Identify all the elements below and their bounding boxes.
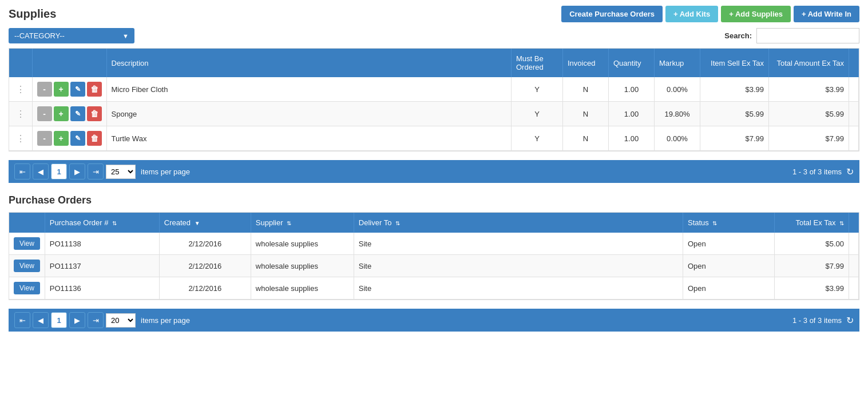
po-total-cell: $7.99 xyxy=(775,255,849,277)
category-wrapper: --CATEGORY-- xyxy=(9,28,134,43)
col-drag xyxy=(9,49,32,77)
po-per-page-label: items per page xyxy=(141,316,190,325)
delete-button[interactable]: 🗑 xyxy=(87,131,102,146)
drag-handle-icon[interactable]: ⋮ xyxy=(16,134,25,143)
filter-bar: --CATEGORY-- Search: xyxy=(9,28,859,43)
action-cell: - + ✎ 🗑 xyxy=(32,126,106,151)
po-number-cell: PO11138 xyxy=(45,233,159,255)
action-cell: - + ✎ 🗑 xyxy=(32,77,106,102)
add-write-in-button[interactable]: + Add Write In xyxy=(794,6,859,22)
increment-button[interactable]: + xyxy=(54,131,69,146)
po-refresh-button[interactable]: ↻ xyxy=(846,315,854,326)
drag-cell: ⋮ xyxy=(9,102,32,126)
col-po-deliver-to[interactable]: Deliver To ⇅ xyxy=(354,213,683,233)
must-be-ordered-cell: Y xyxy=(512,102,563,126)
po-created-cell: 2/12/2016 xyxy=(159,277,251,300)
search-input[interactable] xyxy=(756,28,859,43)
po-table: Purchase Order # ⇅ Created ▼ Supplier ⇅ … xyxy=(9,213,859,300)
col-po-supplier[interactable]: Supplier ⇅ xyxy=(251,213,354,233)
po-number-cell: PO11136 xyxy=(45,277,159,300)
drag-cell: ⋮ xyxy=(9,126,32,151)
po-view-cell: View xyxy=(9,255,45,277)
drag-cell: ⋮ xyxy=(9,77,32,102)
decrement-button[interactable]: - xyxy=(37,82,52,97)
po-section: Purchase Orders Purchase Order # ⇅ Creat… xyxy=(9,194,859,332)
add-supplies-button[interactable]: + Add Supplies xyxy=(721,6,791,22)
quantity-cell: 1.00 xyxy=(609,77,655,102)
delete-button[interactable]: 🗑 xyxy=(87,82,102,97)
must-be-ordered-cell: Y xyxy=(512,77,563,102)
po-status-cell: Open xyxy=(683,233,775,255)
view-button[interactable]: View xyxy=(14,260,40,272)
po-status-cell: Open xyxy=(683,277,775,300)
col-actions xyxy=(32,49,106,77)
po-pagination: ⇤ ◀ 1 ▶ ⇥ 20 50 100 items per page 1 - 3… xyxy=(9,309,859,332)
col-po-status[interactable]: Status ⇅ xyxy=(683,213,775,233)
po-deliver-to-cell: Site xyxy=(354,255,683,277)
po-deliver-to-cell: Site xyxy=(354,233,683,255)
delete-button[interactable]: 🗑 xyxy=(87,106,102,121)
col-po-created[interactable]: Created ▼ xyxy=(159,213,251,233)
drag-handle-icon[interactable]: ⋮ xyxy=(16,85,25,94)
view-button[interactable]: View xyxy=(14,282,40,294)
supplies-page-1[interactable]: 1 xyxy=(51,163,67,179)
col-total-amount: Total Amount Ex Tax xyxy=(769,49,849,77)
supplies-pagination: ⇤ ◀ 1 ▶ ⇥ 25 50 100 items per page 1 - 3… xyxy=(9,160,859,183)
po-scroll-cell xyxy=(849,233,859,255)
supplies-per-page-select[interactable]: 25 50 100 xyxy=(106,165,136,179)
markup-cell: 0.00% xyxy=(655,77,700,102)
decrement-button[interactable]: - xyxy=(37,106,52,121)
edit-button[interactable]: ✎ xyxy=(70,131,85,146)
supplies-refresh-button[interactable]: ↻ xyxy=(846,166,854,177)
supplies-first-page[interactable]: ⇤ xyxy=(14,163,30,179)
increment-button[interactable]: + xyxy=(54,82,69,97)
total-amount-cell: $3.99 xyxy=(769,77,849,102)
action-cell: - + ✎ 🗑 xyxy=(32,102,106,126)
po-next-page[interactable]: ▶ xyxy=(69,312,85,328)
supplies-table: Description Must Be Ordered Invoiced Qua… xyxy=(9,49,859,151)
scroll-cell xyxy=(849,77,859,102)
supplies-last-page[interactable]: ⇥ xyxy=(88,163,104,179)
col-quantity: Quantity xyxy=(609,49,655,77)
po-supplier-cell: wholesale supplies xyxy=(251,233,354,255)
markup-cell: 0.00% xyxy=(655,126,700,151)
view-button[interactable]: View xyxy=(14,237,40,250)
po-scroll-cell xyxy=(849,277,859,300)
po-prev-page[interactable]: ◀ xyxy=(33,312,49,328)
description-cell: Micro Fiber Cloth xyxy=(106,77,512,102)
po-last-page[interactable]: ⇥ xyxy=(88,312,104,328)
po-page-1[interactable]: 1 xyxy=(51,312,67,328)
search-label: Search: xyxy=(724,31,752,40)
po-number-cell: PO11137 xyxy=(45,255,159,277)
item-sell-cell: $7.99 xyxy=(700,126,769,151)
po-per-page-select[interactable]: 20 50 100 xyxy=(106,313,136,328)
edit-button[interactable]: ✎ xyxy=(70,82,85,97)
po-page-info: 1 - 3 of 3 items xyxy=(792,316,842,325)
create-po-button[interactable]: Create Purchase Orders xyxy=(561,6,663,22)
description-cell: Sponge xyxy=(106,102,512,126)
po-deliver-to-cell: Site xyxy=(354,277,683,300)
invoiced-cell: N xyxy=(563,77,609,102)
col-po-total[interactable]: Total Ex Tax ⇅ xyxy=(775,213,849,233)
supplies-next-page[interactable]: ▶ xyxy=(69,163,85,179)
category-select[interactable]: --CATEGORY-- xyxy=(9,28,134,43)
po-first-page[interactable]: ⇤ xyxy=(14,312,30,328)
increment-button[interactable]: + xyxy=(54,106,69,121)
col-po-scroll xyxy=(849,213,859,233)
col-must-be-ordered: Must Be Ordered xyxy=(512,49,563,77)
col-po-number[interactable]: Purchase Order # ⇅ xyxy=(45,213,159,233)
add-kits-button[interactable]: + Add Kits xyxy=(665,6,718,22)
drag-handle-icon[interactable]: ⋮ xyxy=(16,109,25,119)
description-cell: Turtle Wax xyxy=(106,126,512,151)
col-po-view xyxy=(9,213,45,233)
supplies-table-row: ⋮ - + ✎ 🗑 Micro Fiber Cloth Y N 1.00 0.0… xyxy=(9,77,859,102)
decrement-button[interactable]: - xyxy=(37,131,52,146)
markup-cell: 19.80% xyxy=(655,102,700,126)
po-title: Purchase Orders xyxy=(9,194,859,206)
po-table-wrapper: Purchase Order # ⇅ Created ▼ Supplier ⇅ … xyxy=(9,212,859,300)
quantity-cell: 1.00 xyxy=(609,126,655,151)
supplies-prev-page[interactable]: ◀ xyxy=(33,163,49,179)
supplies-table-wrapper: Description Must Be Ordered Invoiced Qua… xyxy=(9,48,859,151)
edit-button[interactable]: ✎ xyxy=(70,106,85,121)
po-supplier-cell: wholesale supplies xyxy=(251,255,354,277)
